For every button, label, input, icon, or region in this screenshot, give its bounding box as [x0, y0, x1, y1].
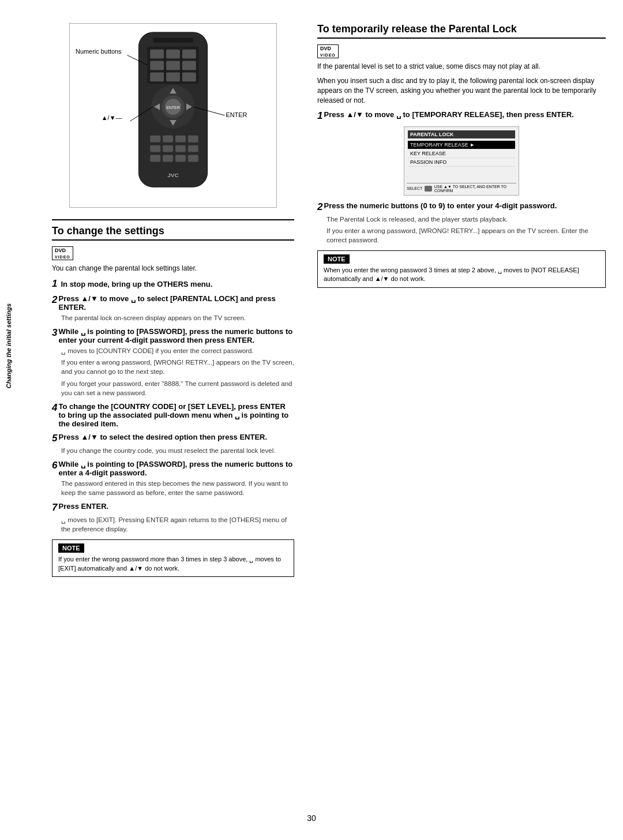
svg-text:ENTER: ENTER	[226, 111, 247, 118]
right-section-title: To temporarily release the Parental Lock	[317, 23, 606, 39]
svg-rect-8	[182, 61, 196, 70]
right-column: To temporarily release the Parental Lock…	[317, 23, 606, 582]
svg-rect-25	[163, 145, 173, 152]
side-label-container: Changing the initial settings	[0, 173, 17, 519]
right-step-2: 2 Press the numeric buttons (0 to 9) to …	[317, 201, 606, 245]
svg-text:▲/▼—: ▲/▼—	[102, 114, 122, 121]
svg-rect-27	[188, 145, 198, 152]
svg-rect-10	[166, 72, 180, 81]
svg-rect-11	[182, 72, 196, 81]
screen-item-2: PASSION INFO	[408, 158, 515, 167]
svg-text:JVC: JVC	[167, 172, 178, 178]
screen-footer-icon	[425, 186, 431, 192]
right-step-2-body1: The Parental Lock is released, and the p…	[326, 215, 606, 224]
step-3-body1: ␣ moves to [COUNTRY CODE] if you enter t…	[61, 346, 294, 355]
step-6: 6 While ␣ is pointing to [PASSWORD], pre…	[52, 460, 294, 497]
left-settings-section: To change the settings DVD VIDEO You can…	[52, 219, 294, 577]
side-label: Changing the initial settings	[5, 303, 12, 388]
screen-image: PARENTAL LOCK TEMPORARY RELEASE ► KEY RE…	[404, 126, 519, 196]
page-number: 30	[307, 813, 316, 823]
right-step-2-body2: If you enter a wrong password, [WRONG! R…	[326, 226, 606, 245]
step-3-body3: If you forget your password, enter "8888…	[61, 379, 294, 397]
step-3: 3 While ␣ is pointing to [PASSWORD], pre…	[52, 327, 294, 397]
note-text-left: If you enter the wrong password more tha…	[58, 555, 288, 573]
divider	[52, 219, 294, 220]
note-title-right: NOTE	[324, 254, 350, 264]
left-intro: You can change the parental lock setting…	[52, 264, 294, 273]
screen-header: PARENTAL LOCK	[408, 130, 515, 138]
svg-rect-23	[188, 136, 198, 142]
right-intro1: If the parental level is set to a strict…	[317, 62, 606, 72]
svg-rect-22	[175, 136, 186, 142]
step-1: 1 In stop mode, bring up the OTHERS menu…	[52, 278, 294, 290]
svg-rect-1	[153, 38, 193, 43]
svg-rect-7	[166, 61, 180, 70]
svg-rect-21	[163, 136, 173, 142]
step-2: 2 Press ▲/▼ to move ␣ to select [PARENTA…	[52, 294, 294, 322]
remote-image: ENTER JVC	[69, 23, 277, 208]
note-box-right: NOTE When you enter the wrong password 3…	[317, 250, 606, 288]
svg-rect-20	[150, 136, 160, 142]
step-5-body: If you change the country code, you must…	[61, 446, 294, 455]
step-4: 4 To change the [COUNTRY CODE] or [SET L…	[52, 402, 294, 428]
note-box-left: NOTE If you enter the wrong password mor…	[52, 539, 294, 577]
left-section-title: To change the settings	[52, 225, 294, 241]
screen-item-0: TEMPORARY RELEASE ►	[408, 141, 515, 149]
step-6-body: The password entered in this step become…	[61, 479, 294, 497]
svg-rect-24	[150, 145, 160, 152]
right-intro2: When you insert such a disc and try to p…	[317, 76, 606, 105]
dvd-badge-left: DVD VIDEO	[52, 246, 73, 260]
svg-rect-5	[182, 50, 196, 59]
dvd-badge-right: DVD VIDEO	[317, 44, 339, 58]
note-title-left: NOTE	[58, 543, 84, 553]
svg-rect-29	[163, 155, 173, 162]
svg-rect-6	[150, 61, 164, 70]
step-3-body2: If you enter a wrong password, [WRONG! R…	[61, 358, 294, 376]
svg-rect-31	[188, 155, 198, 162]
svg-text:Numeric buttons: Numeric buttons	[76, 48, 122, 55]
svg-text:ENTER: ENTER	[166, 106, 180, 110]
screen-footer: SELECT USE ▲▼ TO SELECT, AND ENTER TO CO…	[407, 183, 516, 193]
left-column: ENTER JVC	[52, 23, 294, 582]
svg-rect-9	[150, 72, 164, 81]
step-7: 7 Press ENTER. ␣ moves to [EXIT]. Pressi…	[52, 502, 294, 534]
step-2-body: The parental lock on-screen display appe…	[61, 313, 294, 322]
step-7-body: ␣ moves to [EXIT]. Pressing ENTER again …	[61, 515, 294, 534]
svg-rect-28	[150, 155, 160, 162]
page: Changing the initial settings	[0, 0, 623, 840]
svg-rect-26	[175, 145, 186, 152]
svg-rect-30	[175, 155, 186, 162]
screen-item-1: KEY RELEASE	[408, 149, 515, 158]
svg-rect-4	[166, 50, 180, 59]
step-5: 5 Press ▲/▼ to select the desired option…	[52, 433, 294, 455]
note-text-right: When you enter the wrong password 3 time…	[324, 266, 599, 284]
svg-rect-3	[150, 50, 164, 59]
right-step-1: 1 Press ▲/▼ to move ␣ to [TEMPORARY RELE…	[317, 110, 606, 122]
